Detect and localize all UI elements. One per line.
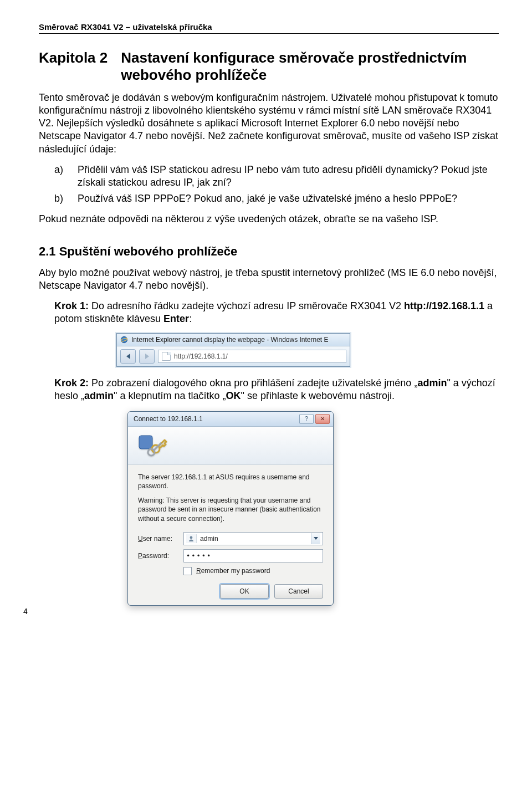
help-icon: ? — [305, 416, 308, 422]
ie-screenshot: Internet Explorer cannot display the web… — [116, 333, 350, 367]
list-text-b: Používá váš ISP PPPoE? Pokud ano, jaké j… — [78, 192, 457, 205]
auth-dialog-title: Connect to 192.168.1.1 — [134, 415, 203, 423]
step-2-admin2: admin — [84, 390, 114, 401]
step-1: Krok 1: Do adresního řádku zadejte výcho… — [54, 300, 499, 325]
list-marker-a: a) — [54, 163, 68, 189]
requirements-list: a) Přidělil vám váš ISP statickou adresu… — [39, 163, 499, 205]
keys-icon — [137, 432, 168, 459]
remember-checkbox[interactable] — [183, 567, 192, 575]
list-marker-b: b) — [54, 192, 68, 205]
step-2-admin1: admin — [417, 377, 447, 388]
list-item: b) Používá váš ISP PPPoE? Pokud ano, jak… — [54, 192, 499, 205]
close-button[interactable]: ✕ — [315, 414, 330, 424]
ie-titlebar: Internet Explorer cannot display the web… — [117, 334, 350, 346]
ie-logo-icon — [120, 336, 128, 344]
cancel-button[interactable]: Cancel — [274, 584, 323, 599]
doc-header: Směrovač RX3041 V2 – uživatelská příručk… — [39, 22, 499, 34]
close-icon: ✕ — [320, 416, 325, 422]
step-1-enter: Enter — [163, 313, 189, 324]
password-input[interactable]: ••••• — [183, 549, 323, 562]
step-2-part4: " se přihlaste k webovému nástroji. — [241, 390, 395, 401]
step-2-part3: " a klepnutím na tlačítko „ — [114, 390, 226, 401]
page-number: 4 — [23, 607, 28, 616]
svg-point-5 — [190, 536, 193, 539]
password-row: Password: ••••• — [138, 549, 323, 562]
ok-button-label: OK — [239, 587, 249, 595]
list-text-a: Přidělil vám váš ISP statickou adresu IP… — [78, 163, 499, 189]
auth-dialog: Connect to 192.168.1.1 ? ✕ The server 19… — [127, 411, 334, 606]
svg-rect-2 — [139, 436, 152, 449]
step-2-part1: Po zobrazení dialogového okna pro přihlá… — [89, 377, 417, 388]
step-2-ok: OK — [226, 390, 241, 401]
auth-dialog-banner — [128, 427, 333, 465]
nav-back-button[interactable] — [120, 349, 136, 364]
chevron-down-icon — [314, 537, 318, 540]
after-list-paragraph: Pokud neznáte odpovědi na některou z výš… — [39, 213, 499, 226]
auth-dialog-message: The server 192.168.1.1 at ASUS requires … — [138, 473, 323, 490]
list-item: a) Přidělil vám váš ISP statickou adresu… — [54, 163, 499, 189]
chapter-title: Nastavení konfigurace směrovače prostřed… — [121, 49, 499, 84]
username-label: User name: — [138, 535, 178, 543]
arrow-left-icon — [126, 354, 130, 359]
username-input[interactable]: admin — [183, 532, 323, 545]
auth-dialog-warning: Warning: This server is requesting that … — [138, 496, 323, 523]
intro-paragraph: Tento směrovač je dodáván s webovým konf… — [39, 91, 499, 155]
password-label: Password: — [138, 552, 178, 560]
address-url-text: http://192.168.1.1/ — [174, 352, 228, 360]
step-1-label: Krok 1: — [54, 300, 89, 311]
password-value: ••••• — [186, 552, 212, 560]
help-button[interactable]: ? — [299, 414, 314, 424]
username-dropdown-button[interactable] — [311, 533, 320, 544]
chapter-label: Kapitola 2 — [39, 49, 108, 67]
section-2-1-body: Aby bylo možné používat webový nástroj, … — [39, 267, 499, 292]
nav-forward-button[interactable] — [139, 349, 155, 364]
arrow-right-icon — [145, 354, 149, 359]
cancel-button-label: Cancel — [288, 587, 309, 595]
remember-row: Remember my password — [183, 567, 323, 575]
page-icon — [162, 352, 171, 361]
ok-button[interactable]: OK — [220, 584, 269, 599]
section-heading-2-1: 2.1 Spuštění webového prohlížeče — [39, 244, 499, 259]
step-2: Krok 2: Po zobrazení dialogového okna pr… — [54, 377, 499, 402]
step-1-part1: Do adresního řádku zadejte výchozí adres… — [89, 300, 404, 311]
username-value: admin — [200, 535, 308, 543]
auth-dialog-titlebar: Connect to 192.168.1.1 ? ✕ — [128, 412, 333, 427]
ie-title-text: Internet Explorer cannot display the web… — [131, 336, 329, 344]
step-1-url: http://192.168.1.1 — [404, 300, 484, 311]
address-input[interactable]: http://192.168.1.1/ — [158, 350, 346, 363]
username-row: User name: admin — [138, 532, 323, 545]
ie-navbar: http://192.168.1.1/ — [117, 346, 350, 366]
step-2-label: Krok 2: — [54, 377, 89, 388]
remember-label: Remember my password — [196, 567, 270, 575]
step-1-part3: : — [189, 313, 192, 324]
user-icon — [186, 534, 197, 543]
